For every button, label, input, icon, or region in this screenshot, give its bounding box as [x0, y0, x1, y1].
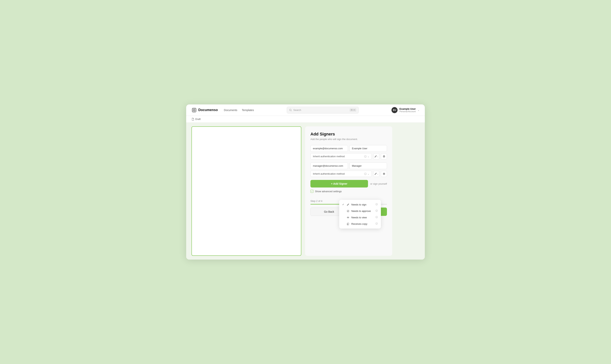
svg-rect-19 — [347, 223, 349, 225]
main-nav: Documents Templates — [224, 108, 254, 112]
nav-templates[interactable]: Templates — [242, 108, 254, 112]
search-icon — [289, 109, 292, 111]
right-panel: Add Signers Add the people who will sign… — [305, 126, 392, 256]
svg-rect-9 — [383, 173, 385, 175]
panel-title: Add Signers — [311, 132, 387, 137]
user-account: Personal Account — [399, 110, 416, 113]
signer-1-inputs — [311, 145, 387, 152]
copy-role-icon — [346, 223, 349, 225]
signer-2-inputs — [311, 163, 387, 169]
dropdown-item-needs-to-sign[interactable]: ✓ Needs to sign — [339, 201, 381, 208]
header: Documenso Documents Templates Search ⌘+K… — [186, 104, 425, 116]
signer-group-2: Inherit authentication method ⌄ — [311, 163, 387, 177]
user-area[interactable]: EU Example User Personal Account ⌄ — [392, 107, 420, 113]
info-icon-copy — [375, 222, 378, 225]
info-icon-approve — [375, 209, 378, 212]
logo: Documenso — [191, 107, 218, 113]
signer-1-auth-method: Inherit authentication method — [313, 155, 364, 158]
logo-icon — [191, 107, 197, 113]
svg-rect-6 — [383, 156, 385, 157]
signer-2-name[interactable] — [349, 163, 387, 169]
svg-point-16 — [348, 217, 348, 218]
signer-1-auth-icons: ⌄ — [364, 155, 369, 158]
nav-documents[interactable]: Documents — [224, 108, 237, 112]
search-shortcut: ⌘+K — [350, 108, 356, 112]
logo-text: Documenso — [198, 108, 218, 112]
add-signer-label: + Add Signer — [331, 182, 347, 185]
signer-1-auth-select[interactable]: Inherit authentication method ⌄ — [311, 153, 372, 159]
svg-point-2 — [194, 110, 194, 110]
avatar: EU — [392, 107, 397, 113]
check-icon: ✓ — [342, 203, 345, 206]
signer-group-1: Inherit authentication method ⌄ — [311, 145, 387, 159]
dropdown-item-needs-to-approve[interactable]: ✓ Needs to approve — [339, 208, 381, 214]
signer-1-email[interactable] — [311, 145, 348, 152]
svg-point-15 — [347, 217, 349, 218]
pen-role-icon — [346, 203, 349, 206]
signer-1-delete-btn[interactable] — [381, 154, 387, 159]
signer-2-email[interactable] — [311, 163, 348, 169]
pen-icon-2 — [374, 172, 377, 175]
dropdown-item-needs-to-view[interactable]: ✓ Needs to view — [339, 214, 381, 221]
main-content: Add Signers Add the people who will sign… — [186, 123, 425, 260]
chevron-down-icon: ⌄ — [418, 109, 420, 111]
dropdown-item-receives-copy[interactable]: ✓ Receives copy — [339, 221, 381, 227]
signer-2-auth-icons: ⌄ — [364, 172, 369, 175]
search-bar[interactable]: Search ⌘+K — [287, 107, 359, 114]
breadcrumb-text: Draft — [195, 118, 201, 120]
dropdown-item-copy-label: Receives copy — [351, 222, 367, 225]
view-role-icon — [346, 216, 349, 219]
signer-1-name[interactable] — [349, 145, 387, 152]
signer-1-auth-row: Inherit authentication method ⌄ — [311, 153, 387, 159]
signer-2-role-btn[interactable]: ⌄ — [373, 171, 379, 177]
pen-icon — [374, 155, 377, 158]
signer-2-auth-select[interactable]: Inherit authentication method ⌄ — [311, 171, 372, 177]
dropdown-item-view-label: Needs to view — [351, 216, 367, 219]
signer-1-role-btn[interactable]: ⌄ — [373, 154, 379, 159]
svg-point-18 — [377, 216, 377, 217]
document-preview — [191, 126, 301, 256]
breadcrumb: Draft — [186, 116, 425, 123]
advanced-settings-row: ✓ Show advanced settings — [311, 190, 387, 193]
document-icon — [191, 118, 194, 120]
user-info: Example User Personal Account — [399, 107, 416, 113]
info-icon-view — [375, 216, 378, 219]
signer-2-auth-row: Inherit authentication method ⌄ — [311, 171, 387, 177]
user-name: Example User — [399, 107, 416, 110]
svg-point-11 — [377, 204, 377, 204]
advanced-settings-label: Show advanced settings — [315, 190, 342, 193]
app-window: Documenso Documents Templates Search ⌘+K… — [186, 104, 425, 260]
info-icon-sign — [375, 203, 378, 206]
signer-2-auth-method: Inherit authentication method — [313, 172, 364, 175]
info-icon-2 — [364, 172, 367, 175]
self-link[interactable]: or sign yourself — [370, 182, 387, 185]
add-signer-row: + Add Signer or sign yourself — [311, 180, 387, 187]
signer-2-delete-btn[interactable] — [381, 171, 387, 177]
svg-point-12 — [347, 210, 349, 212]
dropdown-item-sign-label: Needs to sign — [351, 203, 367, 206]
search-placeholder: Search — [293, 109, 348, 111]
trash-icon — [383, 155, 385, 158]
svg-point-14 — [377, 210, 377, 210]
advanced-settings-checkbox[interactable]: ✓ — [311, 190, 313, 193]
trash-icon-2 — [383, 172, 385, 175]
add-signer-button[interactable]: + Add Signer — [311, 180, 368, 187]
role-dropdown: ✓ Needs to sign — [339, 200, 381, 229]
dropdown-item-approve-label: Needs to approve — [351, 210, 371, 212]
approve-role-icon — [346, 210, 349, 212]
info-icon — [364, 155, 367, 158]
panel-subtitle: Add the people who will sign the documen… — [311, 138, 387, 141]
